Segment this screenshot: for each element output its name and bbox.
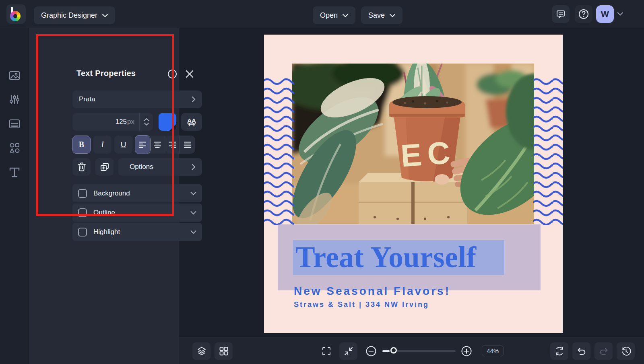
stepper-down-icon[interactable] — [144, 123, 149, 125]
outline-checkbox[interactable] — [78, 208, 87, 217]
options-button[interactable]: Options — [118, 158, 202, 176]
chevron-down-icon[interactable] — [190, 230, 196, 234]
zoom-slider-thumb[interactable] — [390, 347, 397, 354]
align-justify-button[interactable] — [180, 136, 195, 154]
feedback-button[interactable] — [552, 5, 570, 23]
chevron-down-icon — [343, 14, 348, 17]
edit-adjustments-icon[interactable] — [9, 94, 20, 105]
grid-manager-button[interactable] — [215, 342, 233, 360]
avatar-initial: W — [601, 9, 609, 19]
refresh-icon — [555, 346, 564, 356]
headline-text[interactable]: Treat Yourself — [293, 241, 477, 274]
zoom-slider[interactable] — [382, 350, 456, 352]
font-size-unit: px — [127, 118, 134, 126]
align-center-icon — [153, 142, 161, 148]
grid-icon — [219, 347, 228, 356]
redo-icon — [599, 346, 609, 356]
trash-icon — [78, 162, 86, 171]
zoom-level-value: 44% — [487, 348, 499, 354]
align-right-button[interactable] — [165, 136, 180, 154]
align-left-icon — [138, 142, 147, 148]
bold-label: B — [79, 140, 84, 149]
bottom-toolbar: 44% — [179, 337, 644, 364]
save-button[interactable]: Save — [361, 6, 402, 24]
zoom-out-icon — [365, 345, 377, 357]
plant-photo[interactable]: EC — [292, 64, 534, 224]
underline-button[interactable]: U — [114, 136, 132, 154]
outline-toggle-row[interactable]: Outline — [72, 204, 202, 222]
background-toggle-row[interactable]: Background — [72, 184, 202, 202]
address-text[interactable]: Straws & Salt | 334 NW Irving — [294, 300, 429, 309]
italic-button[interactable]: I — [93, 136, 111, 154]
app-mode-menu[interactable]: Graphic Designer — [34, 6, 115, 24]
letter-spacing-label: AA — [187, 118, 196, 123]
design-canvas[interactable]: EC — [264, 35, 563, 333]
app-logo[interactable] — [6, 4, 26, 24]
info-button[interactable] — [167, 69, 177, 79]
delete-button[interactable] — [72, 158, 91, 176]
font-family-selector[interactable]: Prata — [72, 90, 202, 108]
account-menu-chevron[interactable] — [617, 12, 623, 16]
options-label: Options — [130, 163, 153, 171]
font-size-stepper[interactable] — [139, 113, 153, 131]
history-button[interactable] — [617, 342, 635, 360]
fit-to-screen-button[interactable] — [339, 342, 357, 360]
chevron-down-icon[interactable] — [190, 191, 196, 195]
zoom-slider-fill — [382, 350, 390, 352]
reset-button[interactable] — [550, 342, 568, 360]
undo-button[interactable] — [572, 342, 590, 360]
graphics-shapes-icon[interactable] — [9, 142, 20, 154]
background-checkbox[interactable] — [78, 189, 87, 198]
canvas-workspace: EC — [179, 28, 644, 337]
chevron-down-icon[interactable] — [190, 211, 196, 215]
chevron-down-icon — [390, 14, 395, 17]
fullscreen-icon — [322, 346, 331, 356]
stepper-up-icon[interactable] — [144, 118, 149, 121]
info-icon — [167, 69, 177, 79]
highlight-checkbox[interactable] — [78, 228, 87, 236]
duplicate-button[interactable] — [95, 158, 114, 176]
align-center-button[interactable] — [150, 136, 165, 154]
help-button[interactable] — [575, 5, 592, 23]
font-size-input[interactable]: 125px — [72, 113, 153, 131]
zoom-in-button[interactable] — [458, 342, 475, 360]
chevron-down-icon — [617, 12, 623, 16]
bold-button[interactable]: B — [72, 136, 91, 154]
avatar[interactable]: W — [596, 5, 614, 23]
horizontal-arrows-icon — [188, 123, 195, 126]
text-align-group — [135, 136, 195, 154]
wave-decoration-right — [533, 76, 563, 225]
highlight-label: Highlight — [93, 228, 190, 236]
templates-icon[interactable] — [9, 118, 20, 130]
panel-title: Text Properties — [76, 69, 136, 78]
italic-label: I — [101, 140, 104, 149]
layers-button[interactable] — [192, 342, 211, 360]
open-label: Open — [320, 11, 338, 20]
letter-spacing-button[interactable]: AA — [181, 113, 202, 131]
text-selection-highlight[interactable]: Treat Yourself — [293, 240, 504, 275]
close-icon — [186, 70, 194, 78]
align-left-button[interactable] — [135, 136, 150, 154]
save-label: Save — [368, 11, 385, 20]
align-right-icon — [168, 142, 176, 148]
text-color-swatch[interactable] — [159, 113, 176, 131]
left-tool-rail — [0, 28, 29, 364]
close-panel-button[interactable] — [185, 70, 194, 78]
zoom-in-icon — [461, 345, 472, 357]
redo-button[interactable] — [594, 342, 613, 360]
image-manager-icon[interactable] — [9, 70, 20, 81]
top-bar: Graphic Designer Open Save W — [0, 0, 644, 28]
subheadline-text[interactable]: New Seasonal Flavors! — [294, 285, 450, 298]
zoom-level-badge[interactable]: 44% — [482, 345, 504, 356]
outline-label: Outline — [93, 209, 190, 217]
text-tool-icon[interactable] — [9, 167, 20, 178]
text-properties-panel: Text Properties Prata 125px AA B I U — [29, 28, 179, 364]
font-family-value: Prata — [79, 95, 95, 103]
highlight-toggle-row[interactable]: Highlight — [72, 223, 202, 241]
layers-icon — [197, 346, 206, 356]
underline-label: U — [121, 140, 126, 149]
fullscreen-button[interactable] — [317, 342, 335, 360]
zoom-out-button[interactable] — [362, 342, 380, 360]
open-button[interactable]: Open — [313, 6, 355, 24]
chevron-right-icon — [192, 96, 196, 103]
